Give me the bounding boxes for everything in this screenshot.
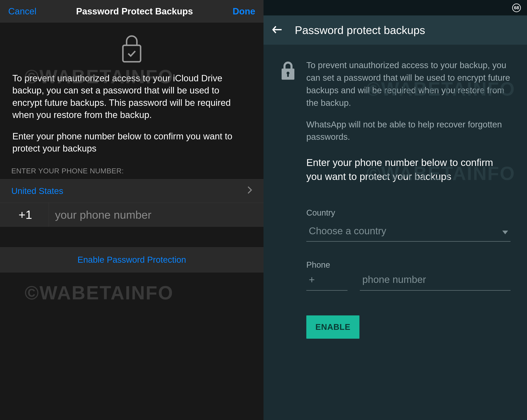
back-button[interactable] [272, 24, 282, 36]
dial-code-input[interactable]: + [306, 274, 348, 291]
done-button[interactable]: Done [233, 6, 255, 16]
svg-rect-0 [123, 45, 141, 62]
phone-section-label: ENTER YOUR PHONE NUMBER: [0, 155, 264, 179]
watermark: ©WABETAINFO [25, 282, 174, 304]
badge-count: 68 [512, 3, 521, 12]
country-picker-row[interactable]: United States [0, 179, 264, 203]
country-name: United States [11, 186, 63, 196]
enable-button[interactable]: ENABLE [306, 315, 359, 339]
android-panel: 68 Password protect backups ©WABETAINFO … [264, 0, 527, 420]
android-statusbar: 68 [264, 0, 527, 15]
phone-input[interactable] [49, 203, 264, 226]
phone-input-row: + [306, 274, 511, 291]
arrow-left-icon [272, 24, 282, 35]
enable-protection-button[interactable]: Enable Password Protection [0, 247, 264, 272]
dropdown-triangle-icon [502, 225, 508, 237]
svg-rect-3 [287, 73, 289, 77]
android-appbar: Password protect backups [264, 15, 527, 45]
country-label: Country [306, 208, 511, 217]
country-dropdown[interactable]: Choose a country [306, 221, 511, 242]
phone-input[interactable] [360, 274, 511, 291]
instruction-text: Enter your phone number below to confirm… [0, 130, 264, 155]
ios-lock-illustration [0, 23, 264, 72]
instruction-text: Enter your phone number below to confirm… [306, 156, 511, 183]
phone-label: Phone [306, 260, 511, 269]
ios-panel: Cancel Password Protect Backups Done ©WA… [0, 0, 264, 420]
cancel-button[interactable]: Cancel [8, 6, 36, 16]
description-text: To prevent unauthorized access to your i… [0, 72, 264, 121]
description-text: To prevent unauthorized access to your b… [306, 59, 511, 109]
ios-navbar: Cancel Password Protect Backups Done [0, 0, 264, 23]
page-title: Password protect backups [295, 24, 425, 36]
phone-input-row: +1 [0, 203, 264, 227]
page-title: Password Protect Backups [76, 6, 193, 16]
lock-check-icon [121, 33, 143, 64]
lock-icon [280, 59, 296, 339]
dial-code: +1 [0, 203, 49, 226]
country-placeholder: Choose a country [309, 225, 386, 237]
chevron-right-icon [247, 186, 252, 196]
android-body: To prevent unauthorized access to your b… [264, 45, 527, 365]
warning-text: WhatsApp will not be able to help recove… [306, 118, 511, 144]
